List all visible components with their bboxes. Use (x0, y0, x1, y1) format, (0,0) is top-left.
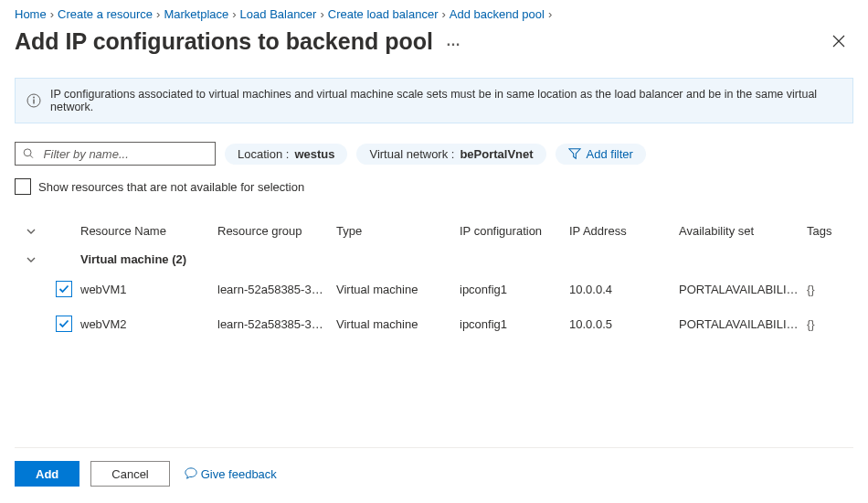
svg-point-1 (33, 97, 35, 99)
filter-label: Location : (238, 147, 289, 161)
breadcrumb-item[interactable]: Load Balancer (240, 7, 317, 21)
info-icon (26, 93, 41, 108)
cancel-button[interactable]: Cancel (90, 461, 169, 487)
cell-type: Virtual machine (336, 317, 460, 331)
feedback-icon (185, 467, 197, 480)
row-checkbox[interactable] (56, 281, 72, 297)
breadcrumb-item[interactable]: Marketplace (164, 7, 228, 21)
cell-resource-name: webVM1 (80, 283, 217, 296)
breadcrumb: Home › Create a resource › Marketplace ›… (15, 0, 853, 25)
chevron-right-icon: › (156, 7, 160, 21)
col-tags[interactable]: Tags (807, 224, 843, 238)
page-title: Add IP configurations to backend pool … (15, 28, 464, 55)
col-resource-group[interactable]: Resource group (217, 224, 336, 238)
search-icon (23, 147, 35, 160)
cell-ip-address: 10.0.0.5 (569, 317, 679, 331)
cell-resource-group: learn-52a58385-3312 (217, 317, 336, 331)
col-resource-name[interactable]: Resource Name (80, 224, 217, 238)
filter-value: bePortalVnet (460, 147, 533, 161)
search-input[interactable] (42, 146, 207, 162)
close-icon (832, 35, 845, 48)
svg-rect-2 (33, 100, 34, 104)
table-row[interactable]: webVM2 learn-52a58385-3312 Virtual machi… (15, 306, 853, 341)
cell-resource-group: learn-52a58385-3312 (217, 283, 336, 296)
close-button[interactable] (824, 27, 853, 56)
breadcrumb-item[interactable]: Create a resource (58, 7, 153, 21)
search-input-wrapper[interactable] (15, 142, 216, 166)
show-unavailable-label: Show resources that are not available fo… (38, 180, 304, 194)
show-unavailable-toggle[interactable]: Show resources that are not available fo… (15, 178, 853, 195)
table-row[interactable]: webVM1 learn-52a58385-3312 Virtual machi… (15, 272, 853, 306)
more-actions-button[interactable]: … (442, 33, 464, 49)
row-checkbox[interactable] (56, 316, 72, 332)
filter-pill-vnet[interactable]: Virtual network : bePortalVnet (356, 144, 545, 165)
cell-ip-config: ipconfig1 (460, 317, 569, 331)
cell-resource-name: webVM2 (80, 317, 217, 331)
footer: Add Cancel Give feedback (15, 447, 853, 503)
breadcrumb-item[interactable]: Create load balancer (328, 7, 439, 21)
page-title-text: Add IP configurations to backend pool (15, 28, 433, 55)
breadcrumb-item[interactable]: Home (15, 7, 47, 21)
breadcrumb-item[interactable]: Add backend pool (450, 7, 545, 21)
add-filter-button[interactable]: Add filter (556, 144, 646, 165)
info-text: IP configurations associated to virtual … (50, 88, 842, 113)
svg-line-4 (30, 155, 33, 158)
results-table: Resource Name Resource group Type IP con… (15, 217, 853, 447)
chevron-right-icon: › (441, 7, 445, 21)
filter-pill-location[interactable]: Location : westus (225, 144, 347, 165)
chevron-right-icon: › (320, 7, 323, 21)
cell-type: Virtual machine (336, 283, 460, 296)
filter-bar: Location : westus Virtual network : bePo… (15, 142, 853, 166)
filter-icon (568, 147, 581, 160)
svg-point-3 (24, 149, 31, 156)
cell-ip-address: 10.0.0.4 (569, 283, 679, 296)
chevron-right-icon: › (548, 7, 552, 21)
feedback-label: Give feedback (201, 467, 277, 481)
cell-tags: {} (807, 317, 843, 331)
filter-label: Virtual network : (369, 147, 454, 161)
filter-value: westus (294, 147, 334, 161)
add-button[interactable]: Add (15, 461, 79, 487)
add-filter-label: Add filter (587, 147, 633, 161)
group-label: Virtual machine (2) (80, 252, 853, 266)
chevron-down-icon (26, 226, 37, 237)
chevron-right-icon: › (50, 7, 54, 21)
table-header: Resource Name Resource group Type IP con… (15, 217, 853, 247)
checkbox-unchecked[interactable] (15, 178, 31, 195)
cell-tags: {} (807, 283, 843, 296)
give-feedback-link[interactable]: Give feedback (185, 467, 277, 481)
info-banner: IP configurations associated to virtual … (15, 78, 853, 123)
chevron-right-icon: › (232, 7, 236, 21)
expand-all-toggle[interactable] (15, 226, 48, 237)
cell-availability-set: PORTALAVAILABILITY (679, 283, 807, 296)
cell-availability-set: PORTALAVAILABILITY (679, 317, 807, 331)
group-row-virtual-machine[interactable]: Virtual machine (2) (15, 247, 853, 272)
col-ip-config[interactable]: IP configuration (460, 224, 569, 238)
col-type[interactable]: Type (336, 224, 460, 238)
chevron-down-icon (26, 254, 37, 265)
col-availability-set[interactable]: Availability set (679, 224, 807, 238)
group-toggle[interactable] (15, 254, 48, 265)
col-ip-address[interactable]: IP Address (569, 224, 679, 238)
cell-ip-config: ipconfig1 (460, 283, 569, 296)
